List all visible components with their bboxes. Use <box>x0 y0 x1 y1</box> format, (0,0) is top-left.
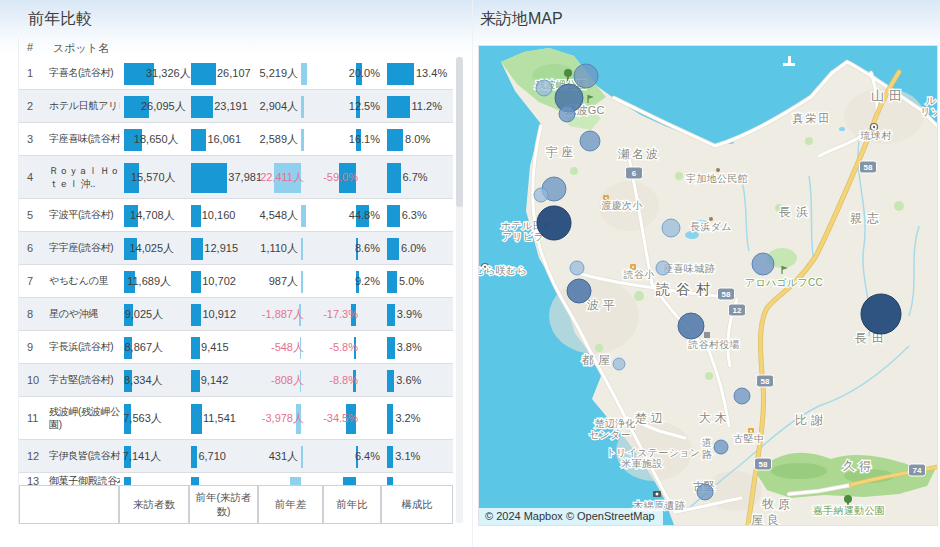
cell-value: 11,541 <box>203 412 236 424</box>
cell-value: 26,107 <box>217 67 251 79</box>
table-row[interactable]: 7やちむんの里11,689人10,702987人9.2%5.0% <box>19 265 453 298</box>
place-label: 楚辺 <box>635 411 667 425</box>
spot-name: 字座喜味(読谷村) <box>49 133 120 146</box>
table-row[interactable]: 1字喜名(読谷村)31,326人26,1075,219人20.0%13.4% <box>19 57 453 90</box>
cell-value: 44.8% <box>349 209 380 221</box>
cell-value: 2,904人 <box>259 99 298 114</box>
cell-value: -34.5% <box>323 412 358 424</box>
cell-value: 6.3% <box>402 209 427 221</box>
map-bubble[interactable] <box>570 261 584 275</box>
value-bar <box>387 337 395 359</box>
table-footer: 来訪者数前年(来訪者数)前年差前年比構成比 <box>19 485 453 524</box>
place-label: 米軍施設 <box>620 458 662 469</box>
cell-value: 16.1% <box>349 133 380 145</box>
value-bar <box>387 477 393 485</box>
table-row[interactable]: 11残波岬(残波岬公園)7,563人11,541-3,978人-34.5%3.2… <box>19 397 453 440</box>
poi-dot-icon <box>716 168 720 172</box>
cell-value: 9,142 <box>201 374 229 386</box>
scrollbar-thumb[interactable] <box>456 57 463 207</box>
visit-map[interactable]: 残波岬公園残波GC宇座瀬名波渡慶次小ホテル日航アリビラ宇加地公民館長浜ダム長浜親… <box>478 45 938 526</box>
diff-bar <box>301 205 306 227</box>
footer-measure-label: 前年(来訪者数) <box>189 485 258 524</box>
map-bubble[interactable] <box>752 253 774 275</box>
value-bar <box>191 304 201 326</box>
value-bar <box>387 446 393 468</box>
table-row[interactable]: 8星のや沖縄9,025人10,912-1,887人-17.3%3.9% <box>19 298 453 331</box>
place-label: 長浜ダム <box>690 221 732 232</box>
map-attribution[interactable]: © 2024 Mapbox © OpenStreetMap <box>479 508 663 525</box>
place-label: 都屋 <box>581 353 614 367</box>
value-bar <box>191 370 200 392</box>
svg-text:12: 12 <box>733 306 742 315</box>
map-bubble[interactable] <box>613 358 625 370</box>
cell-value: 6.4% <box>355 450 380 462</box>
cell-value: 18,650人 <box>134 132 179 147</box>
map-panel-title: 来訪地MAP <box>480 9 563 30</box>
map-canvas[interactable]: 残波岬公園残波GC宇座瀬名波渡慶次小ホテル日航アリビラ宇加地公民館長浜ダム長浜親… <box>479 46 937 525</box>
cell-value: 9,025人 <box>125 307 164 322</box>
cell-value: 5,219人 <box>259 66 298 81</box>
value-bar <box>343 477 356 485</box>
place-label: アロハゴルフCC <box>745 277 823 288</box>
map-bubble[interactable] <box>861 294 901 334</box>
table-row[interactable]: 12字伊良皆(読谷村)7,141人6,710431人6.4%3.1% <box>19 440 453 473</box>
place-label: 山田 <box>871 88 907 103</box>
value-bar <box>387 163 401 193</box>
table-row[interactable]: 5字波平(読谷村)14,708人10,1604,548人44.8%6.3% <box>19 199 453 232</box>
panel-divider <box>472 0 473 547</box>
value-bar <box>387 129 403 151</box>
map-bubble[interactable] <box>662 219 680 237</box>
map-bubble[interactable] <box>697 484 713 500</box>
place-label: 比謝 <box>795 413 827 427</box>
place-label: 読谷村役場 <box>688 339 740 350</box>
map-bubble[interactable] <box>567 279 591 303</box>
map-bubble[interactable] <box>534 188 548 202</box>
place-label: 久得 <box>843 459 875 473</box>
map-bubble[interactable] <box>574 64 598 88</box>
table-row[interactable]: 9字長浜(読谷村)8,867人9,415-548人-5.8%3.8% <box>19 331 453 364</box>
diff-bar <box>301 446 303 468</box>
place-label: 牧原 <box>762 497 794 511</box>
map-bubble[interactable] <box>734 388 750 404</box>
map-bubble[interactable] <box>656 261 670 275</box>
cell-value: -17.3% <box>323 308 358 320</box>
camera-icon <box>653 491 661 497</box>
table-row[interactable]: 4Ｒｏｙａｌ Ｈｏｔｅｌ 沖..15,570人37,981-22,411人-59… <box>19 156 453 199</box>
map-bubble[interactable] <box>580 131 600 151</box>
diff-bar <box>290 477 301 485</box>
map-bubble[interactable] <box>536 80 552 96</box>
cell-value: 14,708人 <box>130 208 175 223</box>
place-label: 親志 <box>850 211 884 225</box>
row-index: 11 <box>27 412 38 424</box>
table-row[interactable]: 6字宇座(読谷村)14,025人12,9151,110人8.6%6.0% <box>19 232 453 265</box>
cell-value: 9,415 <box>201 341 229 353</box>
route-shield: 6 <box>626 167 643 179</box>
value-bar <box>387 96 410 118</box>
svg-text:6: 6 <box>632 169 637 178</box>
map-bubble[interactable] <box>714 440 728 454</box>
value-bar <box>191 129 206 151</box>
value-bar <box>191 163 227 193</box>
value-bar <box>191 446 197 468</box>
table-row[interactable]: 13御菓子御殿読谷本 <box>19 473 453 485</box>
table-row[interactable]: 3字座喜味(読谷村)18,650人16,0612,589人16.1%8.0% <box>19 123 453 156</box>
value-bar <box>387 370 394 392</box>
cell-value: 7,563人 <box>123 411 162 426</box>
table-scrollbar[interactable] <box>456 57 463 523</box>
pier <box>783 56 795 66</box>
cell-value: 4,548人 <box>259 208 298 223</box>
map-bubble[interactable] <box>678 313 704 339</box>
row-index: 9 <box>27 341 33 353</box>
cell-value: 26,095人 <box>141 99 186 114</box>
value-bar <box>191 96 213 118</box>
route-shield: 12 <box>729 304 746 316</box>
map-bubble[interactable] <box>537 206 571 240</box>
map-bubble[interactable] <box>559 106 575 122</box>
cell-value: -1,887人 <box>262 307 304 322</box>
table-row[interactable]: 2ホテル日航アリビ26,095人23,1912,904人12.5%11.2% <box>19 90 453 123</box>
cell-value: 12,915 <box>204 242 238 254</box>
table-row[interactable]: 10字古堅(読谷村)8,334人9,142-808人-8.8%3.6% <box>19 364 453 397</box>
cell-value: 3.9% <box>397 308 422 320</box>
cell-value: 15,570人 <box>131 170 176 185</box>
cell-value: 3.1% <box>395 450 420 462</box>
